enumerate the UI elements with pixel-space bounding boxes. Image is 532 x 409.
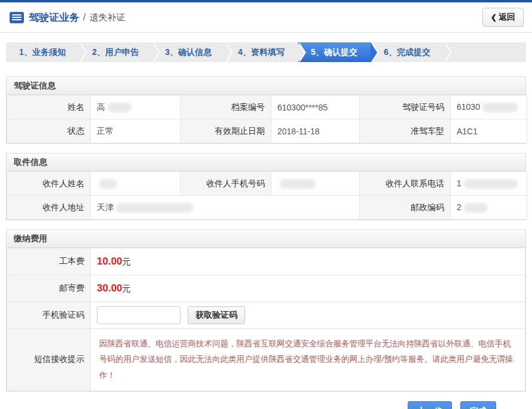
- vehicle-class-value: A1C1: [451, 119, 527, 143]
- table-row: 短信接收提示 因陕西省联通、电信运营商技术问题，陕西省互联网交通安全综合服务管理…: [7, 329, 525, 391]
- breadcrumb-current: 遗失补证: [89, 12, 125, 23]
- license-number-value: 61030: [451, 96, 527, 119]
- postage-fee-unit: 元: [123, 284, 131, 293]
- payment-table: 工本费 10.00元 邮寄费 30.00元 手机验证码 获取验证码 短信接收提示…: [7, 248, 525, 391]
- sms-code-label: 手机验证码: [7, 302, 91, 329]
- redacted-blur: [99, 179, 117, 189]
- redacted-blur: [482, 103, 518, 112]
- finish-button[interactable]: 完成: [460, 401, 496, 409]
- step-3-confirm-info[interactable]: 3、确认信息: [152, 42, 225, 62]
- recipient-address-value: 天津: [91, 196, 360, 220]
- sms-notice-label: 短信接收提示: [7, 329, 91, 391]
- status-label: 状态: [7, 119, 91, 143]
- recipient-phone-label: 收件人联系电话: [360, 172, 451, 196]
- postage-fee-label: 邮寄费: [7, 275, 91, 302]
- previous-step-button[interactable]: 上一步: [408, 401, 452, 409]
- vehicle-class-label: 准驾车型: [360, 119, 451, 143]
- work-fee-amount: 10.00: [97, 256, 123, 267]
- sms-code-input[interactable]: [97, 306, 181, 324]
- list-icon: [10, 12, 24, 23]
- pickup-info-table: 收件人姓名 收件人手机号码 收件人联系电话 1 收件人地址 天津 邮政编码 2: [7, 171, 527, 220]
- table-row: 姓名 高 档案编号 610300****85 驾驶证号码 61030: [7, 96, 527, 119]
- table-row: 工本费 10.00元: [7, 248, 525, 275]
- step-5-confirm-submit[interactable]: 5、确认提交: [298, 42, 371, 62]
- redacted-blur: [464, 179, 518, 189]
- table-row: 邮寄费 30.00元: [7, 275, 525, 302]
- pickup-section-title: 取件信息: [7, 153, 525, 171]
- back-chevron-icon: ❮: [491, 13, 497, 21]
- recipient-phone-value: 1: [451, 172, 527, 196]
- redacted-blur: [116, 203, 194, 213]
- breadcrumb-separator: /: [83, 12, 85, 23]
- back-button[interactable]: ❮ 返回: [482, 8, 524, 27]
- step-6-complete[interactable]: 6、完成提交: [371, 42, 444, 62]
- footer-actions: 上一步 完成: [6, 401, 526, 409]
- postal-code-value: 2: [451, 196, 527, 220]
- recipient-mobile-value: [271, 172, 360, 196]
- recipient-mobile-label: 收件人手机号码: [181, 172, 271, 196]
- payment-section: 缴纳费用 工本费 10.00元 邮寄费 30.00元 手机验证码 获取验证码 短…: [6, 229, 526, 392]
- expiry-date-label: 有效期止日期: [181, 119, 271, 143]
- page-title: 驾驶证业务: [29, 11, 80, 24]
- sms-code-cell: 获取验证码: [91, 302, 525, 329]
- license-number-label: 驾驶证号码: [360, 96, 451, 119]
- step-4-fill-data[interactable]: 4、资料填写: [225, 42, 298, 62]
- breadcrumb: 驾驶证业务 / 遗失补证: [10, 11, 125, 24]
- name-value: 高: [91, 96, 181, 119]
- back-button-label: 返回: [499, 12, 515, 23]
- redacted-blur: [280, 179, 316, 189]
- step-bar: 1、业务须知 2、用户申告 3、确认信息 4、资料填写 5、确认提交 6、完成提…: [6, 42, 526, 62]
- step-1-notice[interactable]: 1、业务须知: [6, 42, 79, 62]
- redacted-blur: [108, 103, 132, 112]
- name-label: 姓名: [7, 96, 91, 119]
- table-row: 手机验证码 获取验证码: [7, 302, 525, 329]
- postage-fee-value: 30.00元: [91, 275, 525, 302]
- work-fee-unit: 元: [123, 257, 131, 266]
- payment-section-title: 缴纳费用: [7, 230, 525, 248]
- table-row: 收件人地址 天津 邮政编码 2: [7, 196, 527, 220]
- table-row: 收件人姓名 收件人手机号码 收件人联系电话 1: [7, 172, 527, 196]
- status-value: 正常: [91, 119, 181, 143]
- redacted-blur: [464, 203, 488, 213]
- recipient-name-value: [91, 172, 181, 196]
- file-number-label: 档案编号: [181, 96, 271, 119]
- work-fee-value: 10.00元: [91, 248, 525, 275]
- table-row: 状态 正常 有效期止日期 2018-11-18 准驾车型 A1C1: [7, 119, 527, 143]
- postage-fee-amount: 30.00: [97, 282, 123, 294]
- page-header: 驾驶证业务 / 遗失补证 ❮ 返回: [0, 2, 532, 33]
- step-2-declaration[interactable]: 2、用户申告: [79, 42, 152, 62]
- postal-code-label: 邮政编码: [360, 196, 451, 220]
- pickup-info-section: 取件信息 收件人姓名 收件人手机号码 收件人联系电话 1 收件人地址 天津 邮政…: [6, 153, 526, 220]
- recipient-address-label: 收件人地址: [7, 196, 91, 220]
- get-sms-code-button[interactable]: 获取验证码: [188, 306, 245, 324]
- license-info-table: 姓名 高 档案编号 610300****85 驾驶证号码 61030 状态 正常…: [7, 95, 527, 143]
- work-fee-label: 工本费: [7, 248, 91, 275]
- expiry-date-value: 2018-11-18: [271, 119, 360, 143]
- sms-notice-text: 因陕西省联通、电信运营商技术问题，陕西省互联网交通安全综合服务管理平台无法向持陕…: [91, 329, 525, 391]
- license-section-title: 驾驶证信息: [7, 77, 525, 95]
- recipient-name-label: 收件人姓名: [7, 172, 91, 196]
- file-number-value: 610300****85: [271, 96, 360, 119]
- license-info-section: 驾驶证信息 姓名 高 档案编号 610300****85 驾驶证号码 61030…: [6, 76, 526, 144]
